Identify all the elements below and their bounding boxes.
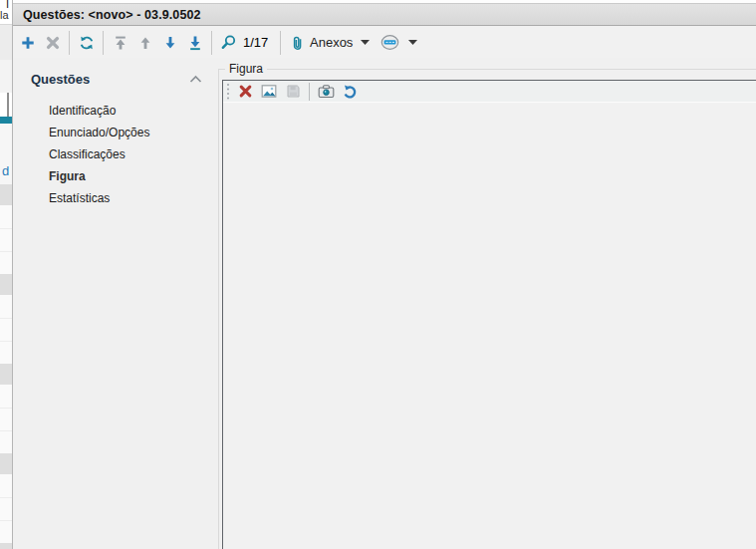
chevron-down-icon (408, 40, 417, 45)
figura-groupbox: Figura (218, 69, 756, 549)
refresh-icon (79, 35, 95, 51)
fragment-text: d (2, 163, 9, 178)
arrow-up-icon (137, 35, 153, 51)
arrow-up-bar-icon (113, 35, 128, 51)
sidebar-title: Questões (31, 72, 90, 87)
red-x-icon (238, 84, 253, 99)
sidebar-item-label: Enunciado/Opções (49, 126, 149, 139)
sidebar-header[interactable]: Questões (13, 68, 214, 90)
figura-toolbar (223, 81, 756, 103)
search-button[interactable] (216, 30, 241, 56)
toolbar-separator (211, 31, 212, 55)
arrow-down-bar-icon (187, 35, 203, 51)
sidebar-item-label: Identificação (49, 104, 116, 118)
figura-image-area[interactable] (223, 104, 756, 549)
sidebar-items: Identificação Enunciado/Opções Classific… (13, 100, 218, 209)
fragment-block (0, 24, 12, 60)
questoes-window: Questões: <novo> - 03.9.0502 (12, 0, 756, 549)
magnifier-icon (220, 34, 237, 51)
sidebar-item-enunciado-opcoes[interactable]: Enunciado/Opções (13, 122, 218, 143)
fragment-line (7, 93, 9, 117)
sidebar-item-figura[interactable]: Figura (13, 165, 218, 187)
delete-record-button[interactable] (40, 30, 65, 56)
screen: I la d Questões: <novo> - 03.9.0502 (0, 0, 756, 549)
sidebar-item-label: Classificações (49, 147, 126, 161)
x-icon (45, 35, 61, 51)
toolbar-separator (309, 83, 310, 101)
fragment-striped-list (0, 184, 12, 549)
first-record-button[interactable] (108, 30, 132, 56)
sidebar-item-classificacoes[interactable]: Classificações (13, 143, 218, 165)
fragment-block (0, 60, 12, 93)
printer-icon (379, 34, 400, 51)
floppy-disk-icon (286, 84, 301, 99)
fragment-text: la (0, 9, 9, 21)
next-record-button[interactable] (157, 30, 182, 56)
toolbar-separator (280, 31, 281, 55)
remove-image-button[interactable] (233, 82, 257, 102)
print-button[interactable] (375, 30, 422, 56)
capture-image-button[interactable] (314, 82, 338, 102)
sidebar-item-identificacao[interactable]: Identificação (13, 100, 218, 122)
chevron-up-icon (189, 75, 202, 84)
camera-icon (318, 84, 335, 99)
open-image-button[interactable] (257, 82, 281, 102)
last-record-button[interactable] (182, 30, 207, 56)
sidebar-item-label: Estatísticas (49, 191, 110, 205)
attachments-label: Anexos (310, 35, 353, 50)
rotate-arrow-icon (342, 84, 358, 100)
figura-group-label: Figura (225, 62, 267, 76)
refresh-button[interactable] (74, 30, 99, 56)
sidebar: Questões Identificação Enunciado/Opções … (13, 58, 218, 549)
paperclip-icon (290, 35, 305, 51)
chevron-down-icon (361, 40, 370, 45)
attachments-button[interactable]: Anexos (285, 30, 375, 56)
add-record-button[interactable] (15, 30, 40, 56)
sidebar-item-label: Figura (49, 169, 86, 183)
arrow-down-icon (162, 35, 178, 51)
toolbar-grip-handle[interactable] (226, 83, 230, 101)
main-toolbar: 1/17 Anexos (13, 27, 756, 58)
toolbar-separator (103, 31, 104, 55)
window-title: Questões: <novo> - 03.9.0502 (23, 8, 201, 22)
picture-icon (261, 84, 277, 99)
record-counter: 1/17 (243, 35, 270, 50)
figura-inner-panel (222, 80, 756, 549)
toolbar-separator (69, 31, 70, 55)
sidebar-item-estatisticas[interactable]: Estatísticas (13, 187, 218, 209)
fragment-teal-bar (0, 117, 12, 124)
rotate-image-button[interactable] (338, 82, 362, 102)
plus-icon (20, 35, 36, 51)
window-titlebar[interactable]: Questões: <novo> - 03.9.0502 (13, 3, 756, 26)
previous-record-button[interactable] (132, 30, 157, 56)
save-image-button[interactable] (281, 82, 305, 102)
underlying-window-fragment: I la d (0, 0, 12, 549)
window-content: Questões Identificação Enunciado/Opções … (13, 58, 756, 549)
